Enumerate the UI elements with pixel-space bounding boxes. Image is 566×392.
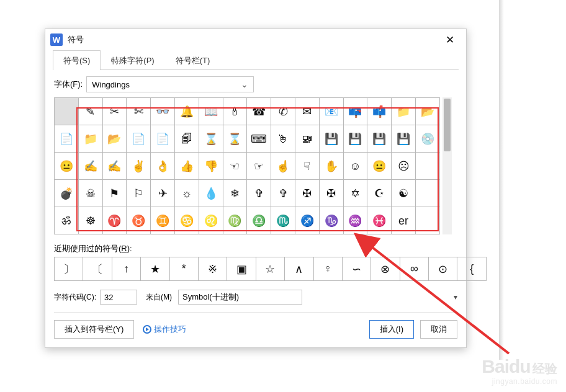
symbol-cell[interactable]: ☞ — [247, 153, 271, 180]
symbol-cell[interactable]: 📂 — [415, 98, 439, 125]
symbol-cell[interactable]: ♉ — [127, 207, 151, 234]
recent-symbol-cell[interactable]: ※ — [198, 257, 227, 281]
symbol-cell[interactable]: ☪ — [367, 180, 392, 207]
symbol-cell[interactable]: 💧 — [199, 180, 223, 207]
symbol-cell[interactable]: ♏ — [271, 207, 295, 234]
symbol-cell[interactable]: 📁 — [78, 125, 102, 153]
recent-symbol-cell[interactable]: { — [457, 257, 486, 281]
symbol-cell[interactable]: 👌 — [151, 153, 175, 180]
symbol-cell[interactable]: 🖳 — [295, 125, 319, 153]
symbol-cell[interactable]: ✌ — [127, 153, 151, 180]
recent-symbol-cell[interactable]: ☆ — [256, 257, 284, 281]
char-code-input[interactable] — [100, 290, 137, 305]
symbol-cell[interactable] — [415, 207, 439, 234]
recent-symbol-cell[interactable]: ▣ — [227, 257, 256, 281]
symbol-cell[interactable]: 💿 — [415, 125, 439, 153]
symbol-cell[interactable]: 👎 — [199, 153, 223, 180]
symbol-cell[interactable]: ☹ — [392, 153, 416, 180]
symbol-cell[interactable]: 📄 — [55, 125, 79, 153]
insert-to-toolbar-button[interactable]: 插入到符号栏(Y) — [54, 320, 134, 339]
symbol-cell[interactable]: ⌨ — [247, 125, 271, 153]
symbol-cell[interactable] — [415, 153, 439, 180]
symbol-cell[interactable]: ♊ — [151, 207, 175, 234]
symbol-cell[interactable]: ✈ — [151, 180, 175, 207]
recent-symbol-cell[interactable]: ⊗ — [371, 257, 400, 281]
recent-symbol-cell[interactable]: ∽ — [342, 257, 371, 281]
recent-symbol-cell[interactable]: ↑ — [112, 257, 140, 281]
symbol-cell[interactable]: 📪 — [343, 98, 367, 125]
recent-symbol-cell[interactable]: * — [169, 257, 198, 281]
symbol-cell[interactable]: 👓 — [151, 98, 175, 125]
symbol-cell[interactable]: 👍 — [174, 153, 199, 180]
symbol-cell[interactable]: ✠ — [295, 180, 319, 207]
symbol-cell[interactable]: 🗐 — [174, 125, 199, 153]
symbol-cell[interactable]: ☎ — [247, 98, 271, 125]
symbol-cell[interactable]: ✍ — [102, 153, 127, 180]
symbol-cell[interactable]: ☯ — [392, 180, 416, 207]
symbol-cell[interactable]: ✄ — [127, 98, 151, 125]
symbol-cell[interactable]: ♋ — [174, 207, 199, 234]
symbol-cell[interactable]: 💾 — [319, 125, 343, 153]
symbol-cell[interactable]: ♓ — [367, 207, 392, 234]
symbol-cell[interactable]: 💾 — [367, 125, 392, 153]
recent-symbol-cell[interactable]: 〔 — [83, 257, 112, 281]
symbol-cell[interactable]: 📄 — [151, 125, 175, 153]
symbol-cell[interactable]: 📁 — [392, 98, 416, 125]
tab-special-chars[interactable]: 特殊字符(P) — [101, 50, 164, 70]
tab-symbol-bar[interactable]: 符号栏(T) — [165, 50, 221, 70]
symbol-cell[interactable]: 💾 — [392, 125, 416, 153]
symbol-cell[interactable]: ✠ — [319, 180, 343, 207]
symbol-cell[interactable]: ❄ — [223, 180, 247, 207]
scrollbar-thumb[interactable] — [444, 99, 451, 151]
symbol-cell[interactable]: ☝ — [271, 153, 295, 180]
symbol-cell[interactable]: ✍ — [78, 153, 102, 180]
symbol-cell[interactable]: ☠ — [78, 180, 102, 207]
recent-symbol-cell[interactable]: ∞ — [400, 257, 428, 281]
symbol-cell[interactable]: ✎ — [78, 98, 102, 125]
recent-symbol-cell[interactable]: ∧ — [285, 257, 313, 281]
symbol-cell[interactable]: 📄 — [127, 125, 151, 153]
tab-symbols[interactable]: 符号(S) — [53, 50, 101, 70]
chevron-down-icon[interactable]: ▾ — [435, 293, 457, 301]
symbol-cell[interactable]: 🖰 — [271, 125, 295, 153]
recent-symbol-cell[interactable]: ★ — [141, 257, 169, 281]
symbol-cell[interactable]: 📂 — [102, 125, 127, 153]
symbol-cell[interactable]: ♈ — [102, 207, 127, 234]
symbol-cell[interactable]: ♌ — [199, 207, 223, 234]
symbol-cell[interactable]: 📧 — [319, 98, 343, 125]
symbol-cell[interactable]: ☜ — [223, 153, 247, 180]
symbol-cell[interactable]: ⚐ — [127, 180, 151, 207]
recent-symbol-cell[interactable]: 〕 — [55, 257, 83, 281]
symbol-cell[interactable]: 📫 — [367, 98, 392, 125]
symbol-cell[interactable]: ✞ — [247, 180, 271, 207]
insert-button[interactable]: 插入(I) — [369, 320, 414, 339]
symbol-cell[interactable]: ⌛ — [199, 125, 223, 153]
cancel-button[interactable]: 取消 — [420, 320, 457, 339]
symbol-cell[interactable]: ☸ — [78, 207, 102, 234]
symbol-cell[interactable]: ♍ — [223, 207, 247, 234]
symbol-cell[interactable]: ✞ — [271, 180, 295, 207]
symbol-cell[interactable]: ✂ — [102, 98, 127, 125]
symbol-cell[interactable]: 💾 — [343, 125, 367, 153]
symbol-cell[interactable]: ✆ — [271, 98, 295, 125]
symbol-cell[interactable]: er — [392, 207, 416, 234]
symbol-cell[interactable]: 📖 — [199, 98, 223, 125]
symbol-cell[interactable]: ♐ — [295, 207, 319, 234]
tips-link[interactable]: 操作技巧 — [143, 324, 186, 335]
symbol-cell[interactable]: 😐 — [55, 153, 79, 180]
from-select[interactable]: Symbol(十进制) — [178, 290, 302, 305]
grid-scrollbar[interactable] — [442, 97, 452, 234]
symbol-cell[interactable]: ☺ — [343, 153, 367, 180]
symbol-cell[interactable]: 🕯 — [223, 98, 247, 125]
recent-symbol-cell[interactable]: ⊙ — [429, 257, 457, 281]
symbol-cell[interactable]: ☟ — [295, 153, 319, 180]
symbol-cell[interactable]: 🔔 — [174, 98, 199, 125]
symbol-cell[interactable]: 💣 — [55, 180, 79, 207]
symbol-cell[interactable]: ☼ — [174, 180, 199, 207]
symbol-cell[interactable] — [415, 180, 439, 207]
symbol-cell[interactable]: ✋ — [319, 153, 343, 180]
recent-symbol-cell[interactable]: ♀ — [313, 257, 342, 281]
font-select[interactable]: Wingdings — [86, 76, 254, 92]
symbol-cell[interactable]: ॐ — [55, 207, 79, 234]
symbol-cell[interactable]: ♒ — [343, 207, 367, 234]
